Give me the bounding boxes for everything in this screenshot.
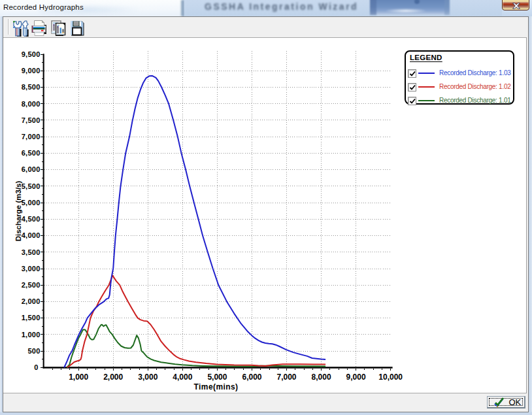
- svg-text:6,000: 6,000: [22, 165, 41, 173]
- svg-text:9,000: 9,000: [346, 373, 366, 382]
- svg-text:4,500: 4,500: [22, 215, 41, 223]
- svg-text:1,500: 1,500: [22, 314, 41, 322]
- svg-text:1,000: 1,000: [69, 373, 88, 382]
- svg-text:9,000: 9,000: [22, 67, 41, 75]
- svg-text:4,000: 4,000: [173, 373, 192, 382]
- svg-text:3,500: 3,500: [22, 248, 41, 256]
- svg-text:7,000: 7,000: [22, 133, 41, 141]
- svg-text:6,000: 6,000: [242, 373, 261, 382]
- svg-text:5,000: 5,000: [22, 199, 41, 207]
- svg-text:Discharge (m3/s): Discharge (m3/s): [14, 180, 22, 241]
- svg-text:3,000: 3,000: [22, 265, 41, 273]
- svg-text:7,500: 7,500: [22, 116, 41, 124]
- svg-text:0: 0: [34, 363, 38, 371]
- svg-text:6,500: 6,500: [22, 149, 41, 157]
- svg-text:10,000: 10,000: [378, 373, 403, 382]
- svg-text:2,000: 2,000: [103, 373, 123, 382]
- svg-text:5,000: 5,000: [207, 373, 227, 382]
- svg-text:1,000: 1,000: [22, 331, 41, 339]
- svg-text:3,000: 3,000: [138, 373, 158, 382]
- svg-text:8,000: 8,000: [22, 100, 41, 108]
- svg-text:4,000: 4,000: [22, 231, 41, 239]
- svg-text:5,500: 5,500: [22, 182, 41, 190]
- svg-text:2,000: 2,000: [22, 297, 41, 305]
- svg-text:9,500: 9,500: [22, 50, 41, 58]
- svg-text:8,000: 8,000: [312, 373, 331, 382]
- svg-text:Time(mins): Time(mins): [194, 382, 239, 391]
- svg-text:500: 500: [27, 347, 40, 355]
- svg-text:7,000: 7,000: [276, 373, 296, 382]
- svg-text:8,500: 8,500: [22, 83, 41, 91]
- svg-text:2,500: 2,500: [22, 281, 41, 289]
